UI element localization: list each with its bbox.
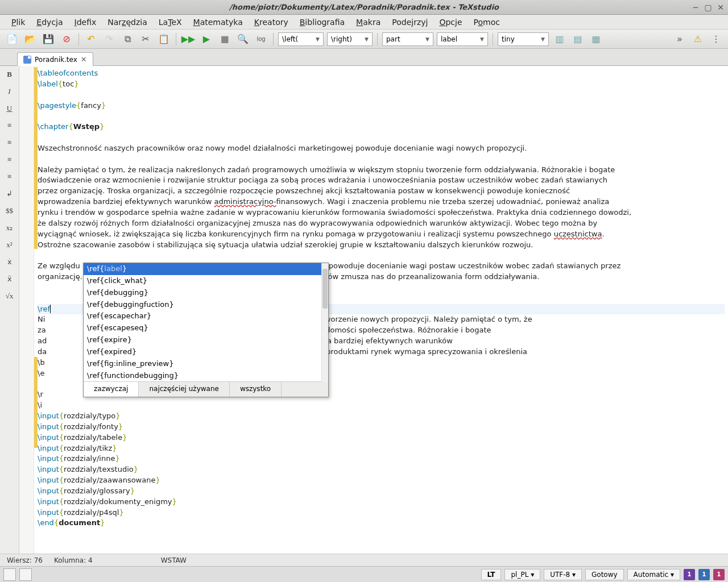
- menu-podejrzyj[interactable]: Podejrzyj: [386, 16, 433, 28]
- menu-opcje[interactable]: Opcje: [433, 16, 468, 28]
- format-btn-5[interactable]: ≡: [3, 153, 16, 166]
- window-titlebar: /home/piotr/Dokumenty/Latex/Poradnik/Por…: [0, 0, 728, 15]
- column-view-icon[interactable]: ▥: [552, 32, 567, 47]
- format-btn-6[interactable]: ≡: [3, 171, 16, 183]
- tab-poradnik[interactable]: Poradnik.tex ✕: [17, 52, 93, 66]
- format-btn-10[interactable]: x²: [3, 239, 16, 251]
- ac-item-7[interactable]: \ref{expired}: [84, 346, 328, 358]
- undo-icon[interactable]: ↶: [84, 32, 98, 47]
- statusbar: Wiersz: 76 Kolumna: 4 WSTAW: [0, 554, 728, 566]
- menu-matematyka[interactable]: Matematyka: [188, 16, 249, 28]
- ac-item-9[interactable]: \ref{functiondebugging}: [84, 370, 328, 382]
- badge-2[interactable]: 1: [698, 569, 710, 580]
- encoding-selector[interactable]: UTF-8 ▾: [544, 569, 582, 580]
- menu-plik[interactable]: Plik: [6, 16, 31, 28]
- badge-3[interactable]: 1: [713, 569, 725, 580]
- ac-item-6[interactable]: \ref{expire}: [84, 334, 328, 346]
- format-btn-3[interactable]: ≡: [3, 119, 16, 132]
- editor-area[interactable]: \tableofcontents \label{toc} \pagestyle{…: [34, 66, 728, 554]
- main-toolbar: 📄 📂 💾 ⊘ ↶ ↷ ⧉ ✂ 📋 ▶▶ ▶ ■ 🔍 log \left(▼ \…: [0, 30, 728, 49]
- menu-narzędzia[interactable]: Narzędzia: [102, 16, 153, 28]
- compile-icon[interactable]: ▶: [199, 32, 214, 47]
- ac-item-5[interactable]: \ref{escapeseq}: [84, 322, 328, 334]
- editor-tabbar: Poradnik.tex ✕: [0, 49, 728, 66]
- ac-tab-1[interactable]: najczęściej używane: [139, 382, 229, 396]
- ac-item-0[interactable]: \ref{label}: [84, 263, 328, 275]
- new-file-icon[interactable]: 📄: [5, 32, 19, 47]
- tab-label: Poradnik.tex: [35, 56, 77, 64]
- build-run-icon[interactable]: ▶▶: [181, 32, 196, 47]
- ac-item-3[interactable]: \ref{debuggingfuction}: [84, 299, 328, 311]
- format-btn-0[interactable]: B: [3, 68, 16, 81]
- right-delim-combo[interactable]: \right)▼: [327, 32, 373, 46]
- panel-toggle-1-icon[interactable]: [3, 568, 16, 581]
- open-file-icon[interactable]: 📂: [23, 32, 38, 47]
- split-h-icon[interactable]: ▤: [570, 32, 585, 47]
- menu-bibliografia[interactable]: Bibliografia: [294, 16, 350, 28]
- format-btn-9[interactable]: x₂: [3, 222, 16, 234]
- close-file-icon[interactable]: ⊘: [59, 32, 74, 47]
- overflow-icon[interactable]: »: [672, 32, 687, 47]
- workspace: BIU≡≡≡≡↲$$x₂x²ẋẍ√x \tableofcontents \lab…: [0, 66, 728, 554]
- menu-edycja[interactable]: Edycja: [31, 16, 68, 28]
- file-icon: [23, 56, 31, 64]
- section-combo[interactable]: part▼: [382, 32, 433, 46]
- ref-combo[interactable]: label▼: [437, 32, 488, 46]
- ac-item-1[interactable]: \ref{click_what}: [84, 275, 328, 287]
- format-sidebar: BIU≡≡≡≡↲$$x₂x²ẋẍ√x: [0, 66, 19, 554]
- ac-item-8[interactable]: \ref{fig:inline_preview}: [84, 358, 328, 370]
- save-file-icon[interactable]: 💾: [41, 32, 56, 47]
- separator: [273, 33, 274, 45]
- format-btn-8[interactable]: $$: [3, 205, 16, 217]
- menu-latex[interactable]: LaTeX: [153, 16, 188, 28]
- menu-kreatory[interactable]: Kreatory: [249, 16, 294, 28]
- tab-close-icon[interactable]: ✕: [81, 55, 87, 64]
- ac-item-2[interactable]: \ref{debugging}: [84, 287, 328, 299]
- warning-icon[interactable]: ⚠: [690, 32, 705, 47]
- minimize-icon[interactable]: ─: [692, 3, 700, 11]
- root-mode[interactable]: Automatic ▾: [627, 569, 680, 580]
- menu-pomoc[interactable]: Pomoc: [468, 16, 506, 28]
- close-icon[interactable]: ✕: [717, 3, 725, 11]
- left-delim-combo[interactable]: \left(▼: [278, 32, 324, 46]
- maximize-icon[interactable]: ▢: [704, 3, 712, 11]
- ready-status: Gotowy: [585, 569, 624, 580]
- status-line: Wiersz: 76: [7, 556, 43, 564]
- format-btn-1[interactable]: I: [3, 85, 16, 98]
- fontsize-combo[interactable]: tiny▼: [498, 32, 549, 46]
- autocomplete-tabs: zazwyczajnajczęściej używanewszystko: [84, 381, 328, 396]
- badge-1[interactable]: 1: [684, 569, 695, 580]
- ac-item-4[interactable]: \ref{escapechar}: [84, 310, 328, 322]
- ac-tab-2[interactable]: wszystko: [230, 382, 282, 396]
- separator: [493, 33, 493, 45]
- format-btn-12[interactable]: ẍ: [3, 273, 16, 285]
- redo-icon[interactable]: ↷: [102, 32, 117, 47]
- editor-fold-margin[interactable]: [19, 66, 34, 554]
- view-pdf-icon[interactable]: 🔍: [235, 32, 250, 47]
- autocomplete-scrollbar[interactable]: [321, 263, 328, 382]
- format-btn-2[interactable]: U: [3, 102, 16, 115]
- format-btn-13[interactable]: √x: [3, 290, 16, 302]
- split-v-icon[interactable]: ▦: [589, 32, 603, 47]
- language-selector[interactable]: pl_PL ▾: [504, 569, 540, 580]
- lang-tool-icon[interactable]: LT: [481, 569, 502, 580]
- log-icon[interactable]: log: [254, 32, 268, 47]
- panel-toggle-2-icon[interactable]: [19, 568, 32, 581]
- change-markers: [34, 66, 38, 554]
- format-btn-7[interactable]: ↲: [3, 188, 16, 200]
- menubar: PlikEdycjaIdefixNarzędziaLaTeXMatematyka…: [0, 15, 728, 30]
- bottombar: LT pl_PL ▾ UTF-8 ▾ Gotowy Automatic ▾ 1 …: [0, 566, 728, 582]
- menu-makra[interactable]: Makra: [350, 16, 386, 28]
- format-btn-11[interactable]: ẋ: [3, 256, 16, 268]
- more-icon[interactable]: ⋮: [709, 32, 723, 47]
- stop-icon[interactable]: ■: [217, 32, 232, 47]
- ac-tab-0[interactable]: zazwyczaj: [84, 382, 139, 396]
- autocomplete-popup[interactable]: \ref{label}\ref{click_what}\ref{debuggin…: [83, 263, 329, 397]
- format-btn-4[interactable]: ≡: [3, 136, 16, 149]
- copy-icon[interactable]: ⧉: [120, 32, 135, 47]
- separator: [78, 33, 79, 45]
- separator: [176, 33, 176, 45]
- menu-idefix[interactable]: Idefix: [69, 16, 102, 28]
- paste-icon[interactable]: 📋: [156, 32, 171, 47]
- cut-icon[interactable]: ✂: [138, 32, 153, 47]
